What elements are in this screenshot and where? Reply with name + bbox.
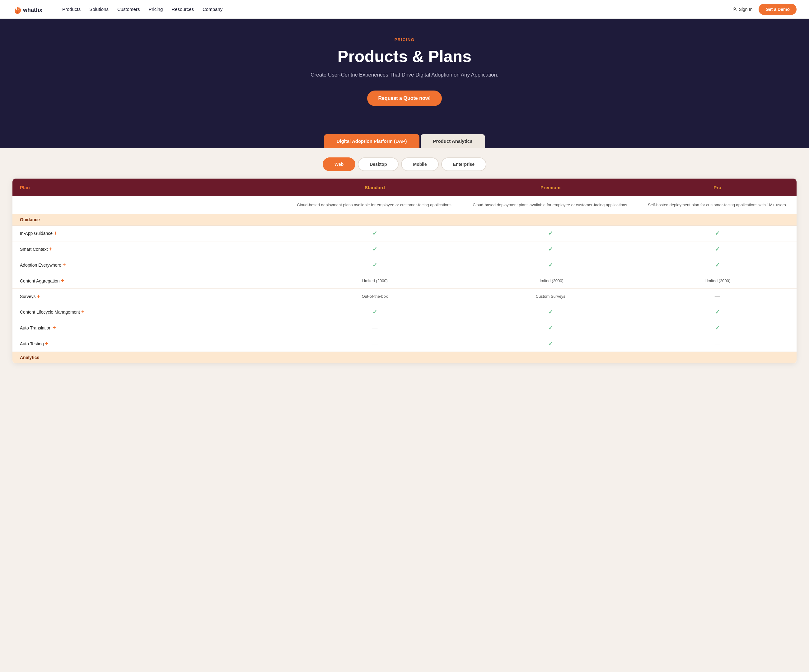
nav-solutions[interactable]: Solutions: [89, 7, 109, 12]
nav-resources[interactable]: Resources: [171, 7, 194, 12]
hero-cta-button[interactable]: Request a Quote now!: [367, 90, 442, 106]
hero-subtitle: Create User-Centric Experiences That Dri…: [6, 72, 803, 78]
check-icon: ✓: [548, 309, 553, 315]
check-icon: ✓: [715, 325, 720, 331]
logo[interactable]: whatfix: [12, 4, 50, 15]
feature-label: In-App Guidance +: [12, 225, 287, 241]
table-row: Auto Translation + — ✓ ✓: [12, 320, 797, 336]
premium-cell: ✓: [463, 241, 638, 257]
check-icon: ✓: [548, 325, 553, 331]
desc-plan-empty: [12, 196, 287, 214]
svg-point-1: [734, 7, 735, 9]
user-icon: [732, 7, 737, 12]
feature-label: Auto Testing +: [12, 336, 287, 352]
col-premium: Premium: [463, 179, 638, 196]
check-icon: ✓: [548, 341, 553, 347]
check-icon: ✓: [548, 230, 553, 236]
check-icon: ✓: [715, 309, 720, 315]
col-plan: Plan: [12, 179, 287, 196]
standard-cell: —: [287, 320, 463, 336]
check-icon: ✓: [373, 262, 377, 268]
standard-cell: Out-of-the-box: [287, 288, 463, 304]
pricing-section: Web Desktop Mobile Enterprise Plan Stand…: [0, 148, 809, 382]
tab-mobile[interactable]: Mobile: [401, 158, 438, 171]
expand-icon[interactable]: +: [52, 325, 56, 331]
expand-icon[interactable]: +: [81, 308, 85, 315]
feature-label: Smart Context +: [12, 241, 287, 257]
description-row: Cloud-based deployment plans available f…: [12, 196, 797, 214]
nav-company[interactable]: Company: [203, 7, 223, 12]
nav-customers[interactable]: Customers: [117, 7, 140, 12]
product-tabs: Digital Adoption Platform (DAP) Product …: [0, 134, 809, 148]
standard-cell: ✓: [287, 257, 463, 273]
tab-desktop[interactable]: Desktop: [358, 158, 399, 171]
pro-cell: ✓: [638, 320, 797, 336]
premium-cell: ✓: [463, 320, 638, 336]
pro-cell: —: [638, 336, 797, 352]
nav-actions: Sign In Get a Demo: [732, 4, 797, 15]
nav-links: Products Solutions Customers Pricing Res…: [62, 7, 732, 12]
expand-icon[interactable]: +: [62, 261, 66, 268]
table-row: Content Lifecycle Management + ✓ ✓ ✓: [12, 304, 797, 320]
premium-cell: ✓: [463, 304, 638, 320]
hero-label: PRICING: [6, 37, 803, 42]
navbar: whatfix Products Solutions Customers Pri…: [0, 0, 809, 18]
pro-cell: ✓: [638, 304, 797, 320]
expand-icon[interactable]: +: [45, 340, 49, 347]
feature-label: Content Lifecycle Management +: [12, 304, 287, 320]
hero-title: Products & Plans: [6, 47, 803, 65]
check-icon: ✓: [715, 262, 720, 268]
tab-product-analytics[interactable]: Product Analytics: [421, 134, 485, 148]
expand-icon[interactable]: +: [37, 293, 40, 299]
desc-premium: Cloud-based deployment plans available f…: [463, 196, 638, 214]
sign-in-button[interactable]: Sign In: [732, 7, 753, 12]
nav-pricing[interactable]: Pricing: [148, 7, 163, 12]
dash-icon: —: [372, 340, 378, 347]
limited-text: Limited (2000): [705, 278, 730, 283]
feature-label: Adoption Everywhere +: [12, 257, 287, 273]
svg-text:whatfix: whatfix: [23, 7, 42, 13]
table-row: Adoption Everywhere + ✓ ✓ ✓: [12, 257, 797, 273]
section-guidance-label: Guidance: [12, 214, 797, 225]
pro-cell: ✓: [638, 225, 797, 241]
desc-standard: Cloud-based deployment plans available f…: [287, 196, 463, 214]
table-row: Content Aggregation + Limited (2000) Lim…: [12, 273, 797, 288]
col-standard: Standard: [287, 179, 463, 196]
table-row: Smart Context + ✓ ✓ ✓: [12, 241, 797, 257]
dash-icon: —: [372, 325, 378, 331]
tab-dap[interactable]: Digital Adoption Platform (DAP): [324, 134, 419, 148]
expand-icon[interactable]: +: [61, 278, 64, 284]
expand-icon[interactable]: +: [54, 230, 57, 236]
check-icon: ✓: [548, 246, 553, 252]
dash-icon: —: [715, 293, 720, 299]
limited-text: Limited (2000): [538, 278, 564, 283]
feature-label: Auto Translation +: [12, 320, 287, 336]
table-row: Auto Testing + — ✓ —: [12, 336, 797, 352]
feature-label: Surveys +: [12, 288, 287, 304]
section-guidance: Guidance: [12, 214, 797, 225]
tab-web[interactable]: Web: [323, 158, 355, 171]
limited-text: Limited (2000): [362, 278, 388, 283]
pro-cell: ✓: [638, 257, 797, 273]
standard-cell: Limited (2000): [287, 273, 463, 288]
standard-cell: ✓: [287, 304, 463, 320]
standard-surveys: Out-of-the-box: [362, 294, 388, 299]
expand-icon[interactable]: +: [49, 246, 52, 252]
section-analytics-label: Analytics: [12, 352, 797, 363]
get-demo-button[interactable]: Get a Demo: [759, 4, 797, 15]
col-pro: Pro: [638, 179, 797, 196]
dash-icon: —: [715, 340, 720, 347]
pro-cell: ✓: [638, 241, 797, 257]
check-icon: ✓: [715, 246, 720, 252]
tab-enterprise[interactable]: Enterprise: [441, 158, 486, 171]
premium-cell: ✓: [463, 336, 638, 352]
pricing-table: Plan Standard Premium Pro Cloud-based de…: [12, 179, 797, 364]
table-row: Surveys + Out-of-the-box Custom Surveys …: [12, 288, 797, 304]
nav-products[interactable]: Products: [62, 7, 81, 12]
premium-cell: ✓: [463, 257, 638, 273]
feature-label: Content Aggregation +: [12, 273, 287, 288]
standard-cell: —: [287, 336, 463, 352]
premium-cell: Limited (2000): [463, 273, 638, 288]
premium-cell: Custom Surveys: [463, 288, 638, 304]
check-icon: ✓: [548, 262, 553, 268]
